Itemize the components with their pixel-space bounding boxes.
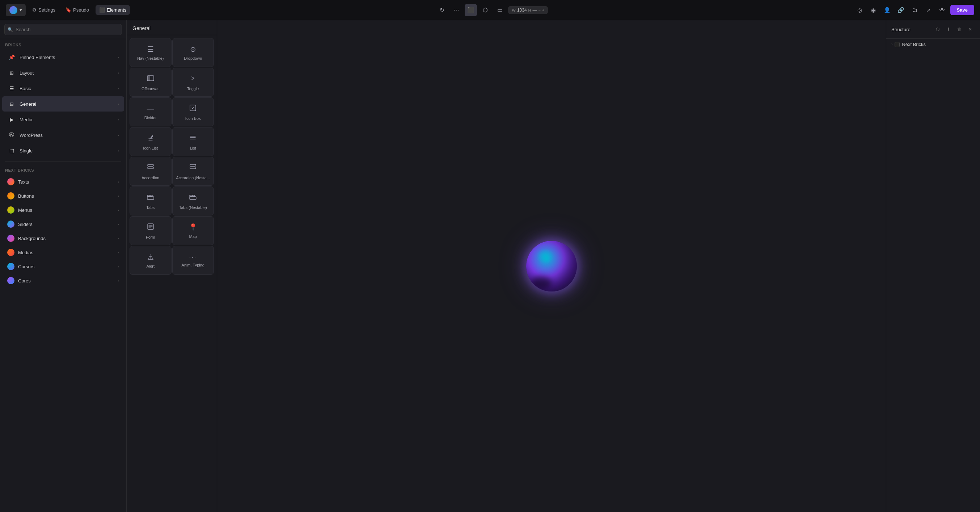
iconlist-label: Icon List [143, 145, 158, 151]
accordion-nesta-icon [189, 163, 197, 172]
structure-close-btn[interactable]: ✕ [966, 25, 975, 34]
logo-button[interactable]: ▾ [6, 4, 26, 16]
mobile-button[interactable]: ▭ [494, 4, 506, 16]
element-nav[interactable]: ☰ Nav (Nestable) [130, 38, 172, 67]
more-button[interactable]: ⋯ [450, 4, 463, 16]
nav-label: Nav (Nestable) [137, 56, 164, 61]
element-alert[interactable]: ⚠ Alert [130, 246, 172, 275]
sidebar-item-media-label: Media [19, 117, 32, 123]
element-form[interactable]: Form [130, 216, 172, 245]
settings-label: Settings [38, 7, 56, 13]
settings-button[interactable]: ⚙ Settings [29, 5, 59, 15]
orb [526, 241, 577, 292]
structure-download-btn[interactable]: ⬇ [944, 25, 953, 34]
sidebar-item-general-label: General [19, 101, 36, 107]
sidebar-item-pinned[interactable]: 📌 Pinned Elements › [2, 49, 124, 65]
element-anim-typing[interactable]: ··· Anim. Typing [172, 246, 214, 275]
element-list[interactable]: List [172, 127, 214, 156]
elements-header: General [127, 20, 217, 35]
right-panel-icons: ⬡ ⬇ 🗑 ✕ [933, 25, 975, 34]
left-panel: 🔍 Bricks 📌 Pinned Elements › ⊞ Layout › [0, 20, 127, 512]
accordion-icon [146, 163, 154, 172]
element-map[interactable]: 📍 Map [172, 216, 214, 245]
sidebar-items: Bricks 📌 Pinned Elements › ⊞ Layout › ☰ [0, 39, 126, 512]
element-iconbox[interactable]: Icon Box [172, 97, 214, 126]
structure-grid-btn[interactable]: ⬡ [933, 25, 942, 34]
accordion-label: Accordion [142, 175, 159, 180]
dropdown-icon: ⊙ [190, 46, 196, 53]
element-accordion[interactable]: Accordion [130, 157, 172, 186]
target-icon-btn[interactable]: ◎ [854, 4, 865, 16]
alert-label: Alert [146, 263, 154, 269]
search-input[interactable] [4, 24, 122, 35]
backgrounds-dot-icon [7, 234, 14, 242]
element-accordion-nesta[interactable]: Accordion (Nesta... [172, 157, 214, 186]
sidebar-item-backgrounds[interactable]: Backgrounds › [2, 231, 124, 245]
height-plus[interactable]: + [542, 8, 544, 12]
sidebar-item-texts[interactable]: Texts › [2, 175, 124, 189]
element-tabs-nestable[interactable]: Tabs (Nestable) [172, 187, 214, 215]
svg-point-3 [148, 138, 150, 139]
element-iconlist[interactable]: Icon List [130, 127, 172, 156]
sidebar-item-cursors[interactable]: Cursors › [2, 260, 124, 273]
offcanvas-label: Offcanvas [142, 86, 159, 91]
sidebar-item-texts-label: Texts [18, 179, 29, 185]
sidebar-item-buttons-label: Buttons [18, 193, 34, 199]
link-icon-btn[interactable]: 🔗 [895, 4, 907, 16]
list-icon [189, 134, 197, 143]
settings2-icon-btn[interactable]: ◉ [868, 4, 880, 16]
element-offcanvas[interactable]: Offcanvas [130, 68, 172, 97]
elements-icon: ⬛ [99, 7, 105, 13]
sidebar-item-medias[interactable]: Medias › [2, 246, 124, 259]
tabs-label: Tabs [146, 205, 154, 210]
element-divider[interactable]: — Divider [130, 97, 172, 126]
sidebar-item-cores[interactable]: Cores › [2, 274, 124, 287]
right-panel: Structure ⬡ ⬇ 🗑 ✕ › Next Bricks [886, 20, 980, 512]
tablet-button[interactable]: ⬡ [479, 4, 492, 16]
sidebar-item-basic[interactable]: ☰ Basic › [2, 81, 124, 96]
basic-icon: ☰ [7, 84, 16, 93]
logo-chevron: ▾ [19, 7, 22, 13]
elements-label: Elements [107, 7, 126, 13]
sidebar-item-single[interactable]: ⬚ Single › [2, 143, 124, 158]
elements-button[interactable]: ⬛ Elements [95, 5, 130, 15]
user-icon-btn[interactable]: 👤 [881, 4, 893, 16]
offcanvas-icon [146, 74, 154, 83]
sidebar-item-wordpress[interactable]: Ⓦ WordPress › [2, 128, 124, 143]
height-minus[interactable]: − [538, 8, 541, 12]
sidebar-item-buttons[interactable]: Buttons › [2, 189, 124, 203]
structure-next-bricks-label: Next Bricks [902, 41, 926, 47]
structure-delete-btn[interactable]: 🗑 [955, 25, 964, 34]
alert-icon: ⚠ [147, 254, 154, 261]
folder-icon-btn[interactable]: 🗂 [909, 4, 921, 16]
toggle-label: Toggle [187, 86, 199, 91]
preview-icon-btn[interactable]: 👁 [937, 4, 948, 16]
settings-icon: ⚙ [32, 7, 37, 13]
cursors-dot-icon [7, 263, 14, 270]
topbar-center: ↻ ⋯ ⬛ ⬡ ▭ W 1034 H — − + [436, 4, 548, 16]
sidebar-item-menus[interactable]: Menus › [2, 203, 124, 217]
pseudo-button[interactable]: 🔖 Pseudo [62, 5, 93, 15]
element-toggle[interactable]: Toggle [172, 68, 214, 97]
sidebar-item-sliders[interactable]: Sliders › [2, 217, 124, 231]
element-dropdown[interactable]: ⊙ Dropdown [172, 38, 214, 67]
accordion-nesta-label: Accordion (Nesta... [176, 175, 210, 180]
general-icon: ⊟ [7, 100, 16, 108]
structure-checkbox[interactable] [895, 42, 900, 47]
iconlist-icon [146, 134, 154, 143]
refresh-button[interactable]: ↻ [436, 4, 448, 16]
sidebar-item-general[interactable]: ⊟ General › [2, 96, 124, 112]
sidebar-item-layout[interactable]: ⊞ Layout › [2, 65, 124, 80]
element-tabs[interactable]: Tabs [130, 187, 172, 215]
export-icon-btn[interactable]: ↗ [923, 4, 934, 16]
sidebar-item-media[interactable]: ▶ Media › [2, 112, 124, 127]
tabs-nestable-icon [189, 193, 197, 202]
height-dash: — [533, 8, 537, 13]
chevron-right-icon: › [118, 70, 119, 75]
structure-next-bricks-item[interactable]: › Next Bricks [886, 39, 980, 50]
desktop-button[interactable]: ⬛ [465, 4, 477, 16]
save-button[interactable]: Save [950, 5, 974, 15]
bricks-section-label: Bricks [0, 39, 126, 49]
elements-grid: ☰ Nav (Nestable) ⊙ Dropdown Offcanvas [127, 35, 217, 278]
search-wrapper: 🔍 [4, 24, 122, 35]
